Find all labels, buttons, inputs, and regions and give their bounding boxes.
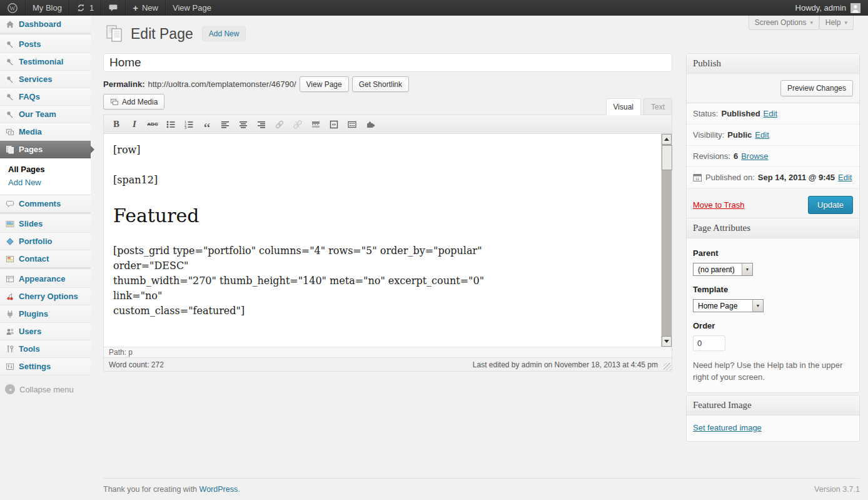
template-select[interactable]: Home Page ▼ <box>693 299 764 312</box>
edit-published-link[interactable]: Edit <box>838 173 852 182</box>
more-tag-button[interactable] <box>308 118 324 131</box>
comments-menu[interactable] <box>101 0 125 16</box>
view-page-button[interactable]: View Page <box>300 76 349 92</box>
page-attributes-body: Parent (no parent) ▼ Template Home Page … <box>687 238 859 392</box>
parent-select[interactable]: (no parent) ▼ <box>693 263 753 276</box>
edit-status-link[interactable]: Edit <box>764 109 777 118</box>
submenu-item-all-pages[interactable]: All Pages <box>0 163 91 176</box>
editor-content-area[interactable]: [row] [span12] Featured [posts_grid type… <box>104 134 661 347</box>
view-page-menu[interactable]: View Page <box>165 0 218 16</box>
select-arrow-icon: ▼ <box>752 300 763 312</box>
sidebar-item-label: Dashboard <box>19 19 61 29</box>
pin-icon <box>5 110 14 119</box>
tab-visual[interactable]: Visual <box>606 98 641 115</box>
scroll-down-button[interactable] <box>662 336 672 347</box>
scroll-up-button[interactable] <box>662 134 672 145</box>
new-label: New <box>142 3 158 13</box>
sidebar-item-label: Slides <box>19 219 43 228</box>
sidebar-item-dashboard[interactable]: Dashboard <box>0 16 91 33</box>
sidebar-item-faqs[interactable]: FAQs <box>0 88 91 106</box>
sidebar-item-label: Settings <box>19 362 51 371</box>
preview-changes-button[interactable]: Preview Changes <box>780 80 853 96</box>
sidebar-item-media[interactable]: Media <box>0 123 91 141</box>
wordpress-logo-menu[interactable]: W <box>0 0 25 16</box>
publish-box-title: Publish <box>687 54 859 74</box>
sidebar-item-our-team[interactable]: Our Team <box>0 106 91 123</box>
screen-options-tab[interactable]: Screen Options ▾ <box>749 16 819 30</box>
insert-link-button[interactable] <box>271 118 288 131</box>
sidebar-item-cherry-options[interactable]: Cherry Options <box>0 288 91 305</box>
help-tab[interactable]: Help ▾ <box>819 16 854 30</box>
sidebar-item-label: Comments <box>19 199 61 208</box>
slides-icon <box>5 219 14 228</box>
resize-grip[interactable] <box>664 363 671 370</box>
chevron-down-icon: ▾ <box>810 19 813 26</box>
shortcode-puzzle-button[interactable] <box>362 118 378 131</box>
shortcode-span-open: [span12] <box>113 174 652 186</box>
sidebar-item-testimonial[interactable]: Testimonial <box>0 53 91 71</box>
update-count-badge: 1 <box>89 3 94 13</box>
post-title-input[interactable] <box>103 53 672 72</box>
scrollbar-thumb[interactable] <box>662 145 672 170</box>
sidebar-item-services[interactable]: Services <box>0 71 91 88</box>
sidebar-item-label: Media <box>19 127 42 136</box>
sidebar-item-plugins[interactable]: Plugins <box>0 305 91 323</box>
blockquote-button[interactable]: “ <box>199 118 215 131</box>
order-input[interactable] <box>693 335 725 351</box>
sidebar-item-users[interactable]: Users <box>0 323 91 340</box>
fullscreen-button[interactable] <box>326 118 342 131</box>
sidebar-item-comments[interactable]: Comments <box>0 195 91 213</box>
wordpress-link[interactable]: WordPress <box>199 485 238 494</box>
collapse-menu-button[interactable]: ◂ Collapse menu <box>0 384 91 394</box>
edit-visibility-link[interactable]: Edit <box>755 130 769 140</box>
sidebar-item-settings[interactable]: Settings <box>0 358 91 375</box>
comment-bubble-icon <box>108 3 118 13</box>
sidebar-item-pages[interactable]: Pages <box>0 141 91 158</box>
pin-icon <box>5 57 14 66</box>
editor-mode-tabs: Visual Text <box>103 98 672 115</box>
sidebar-item-tools[interactable]: Tools <box>0 340 91 358</box>
bold-button[interactable]: B <box>108 118 124 131</box>
update-button[interactable]: Update <box>808 196 853 214</box>
align-left-button[interactable] <box>217 118 233 131</box>
footer-period: . <box>238 485 240 494</box>
pages-icon <box>5 145 14 154</box>
strikethrough-button[interactable]: ABC <box>144 118 161 131</box>
editor-scrollbar[interactable] <box>661 134 672 347</box>
sidebar-item-label: Tools <box>19 344 40 354</box>
sidebar-item-appearance[interactable]: Appearance <box>0 270 91 288</box>
add-new-button[interactable]: Add New <box>202 26 246 41</box>
shortcode-line: [posts_grid type="portfolio" columns="4"… <box>113 243 488 273</box>
settings-icon <box>5 362 14 371</box>
sidebar-item-slides[interactable]: Slides <box>0 215 91 233</box>
browse-revisions-link[interactable]: Browse <box>741 151 768 161</box>
account-menu[interactable]: Howdy, admin <box>788 0 868 16</box>
new-content-menu[interactable]: + New <box>125 0 165 16</box>
sidebar-item-label: Users <box>19 327 41 336</box>
site-name-menu[interactable]: My Blog <box>25 0 69 16</box>
page-attributes-help-text: Need help? Use the Help tab in the upper… <box>693 360 853 384</box>
select-arrow-icon: ▼ <box>742 263 752 275</box>
remove-link-button[interactable] <box>290 118 306 131</box>
move-to-trash-link[interactable]: Move to Trash <box>693 200 744 210</box>
updates-menu[interactable]: 1 <box>69 0 101 16</box>
scrollbar-track[interactable] <box>662 145 672 336</box>
align-center-button[interactable] <box>235 118 251 131</box>
sidebar-item-portfolio[interactable]: Portfolio <box>0 233 91 250</box>
bulleted-list-button[interactable] <box>163 118 179 131</box>
media-icon <box>5 127 14 136</box>
numbered-list-button[interactable]: 123 <box>181 118 197 131</box>
submenu-item-add-new[interactable]: Add New <box>0 176 91 189</box>
tab-text[interactable]: Text <box>643 98 672 115</box>
posts-grid-shortcode: [posts_grid type="portfolio" columns="4"… <box>113 243 488 319</box>
sidebar-item-posts[interactable]: Posts <box>0 36 91 53</box>
kitchen-sink-button[interactable] <box>344 118 360 131</box>
published-on-row: 11 Published on: Sep 14, 2011 @ 9:45 Edi… <box>687 167 859 188</box>
align-right-button[interactable] <box>253 118 270 131</box>
italic-button[interactable]: I <box>126 118 143 131</box>
permalink-row: Permalink: http://uoltra.com/templatemon… <box>103 76 672 92</box>
last-edited: Last edited by admin on November 18, 201… <box>473 360 667 369</box>
get-shortlink-button[interactable]: Get Shortlink <box>352 76 409 92</box>
set-featured-image-link[interactable]: Set featured image <box>693 423 762 432</box>
sidebar-item-contact[interactable]: Contact <box>0 250 91 268</box>
